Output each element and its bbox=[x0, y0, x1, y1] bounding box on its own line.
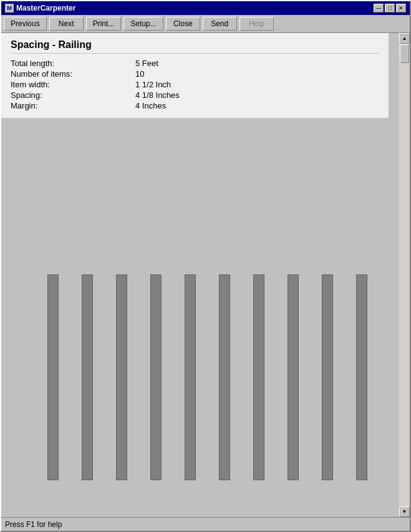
title-bar-controls: — □ ✕ bbox=[374, 4, 406, 12]
label-total-length: Total length: bbox=[11, 59, 135, 68]
close-window-button[interactable]: ✕ bbox=[396, 4, 406, 12]
content-scroll-container: Spacing - Railing Total length: 5 Feet N… bbox=[1, 33, 410, 517]
send-button[interactable]: Send bbox=[203, 17, 237, 31]
railing-post bbox=[150, 274, 162, 480]
railing-post bbox=[82, 274, 93, 480]
info-row-margin: Margin: 4 Inches bbox=[11, 101, 379, 110]
window-title: MasterCarpenter bbox=[16, 4, 75, 12]
railing-post bbox=[253, 274, 264, 480]
railing-post bbox=[322, 274, 333, 480]
next-button[interactable]: Next bbox=[49, 17, 84, 31]
value-total-length: 5 Feet bbox=[135, 59, 158, 68]
info-row-item-width: Item width: 1 1/2 Inch bbox=[11, 80, 379, 89]
railing-post bbox=[288, 274, 299, 480]
value-margin: 4 Inches bbox=[135, 101, 166, 110]
close-button[interactable]: Close bbox=[166, 17, 200, 31]
railing-post bbox=[116, 274, 127, 480]
setup-button[interactable]: Setup... bbox=[123, 17, 163, 31]
previous-button[interactable]: Previous bbox=[4, 17, 47, 31]
content-inner: Spacing - Railing Total length: 5 Feet N… bbox=[1, 33, 399, 517]
railing-post bbox=[219, 274, 230, 480]
scroll-up-button[interactable]: ▲ bbox=[399, 33, 410, 44]
main-window: M MasterCarpenter — □ ✕ Previous Next Pr… bbox=[0, 0, 411, 532]
title-bar-left: M MasterCarpenter bbox=[5, 4, 75, 12]
info-title: Spacing - Railing bbox=[11, 39, 379, 54]
label-margin: Margin: bbox=[11, 101, 135, 110]
scroll-down-button[interactable]: ▼ bbox=[399, 506, 410, 517]
info-row-total-length: Total length: 5 Feet bbox=[11, 59, 379, 68]
value-item-width: 1 1/2 Inch bbox=[135, 80, 171, 89]
railing-post bbox=[47, 274, 59, 480]
scroll-track[interactable] bbox=[399, 44, 410, 506]
railings-container bbox=[47, 274, 367, 480]
scroll-thumb[interactable] bbox=[400, 44, 409, 63]
minimize-button[interactable]: — bbox=[374, 4, 384, 12]
value-spacing: 4 1/8 Inches bbox=[135, 90, 180, 100]
maximize-button[interactable]: □ bbox=[385, 4, 395, 12]
label-spacing: Spacing: bbox=[11, 90, 135, 100]
toolbar: Previous Next Print... Setup... Close Se… bbox=[1, 15, 410, 33]
status-bar: Press F1 for help bbox=[1, 517, 410, 531]
label-item-width: Item width: bbox=[11, 80, 135, 89]
scrollbar[interactable]: ▲ ▼ bbox=[399, 33, 410, 517]
value-num-items: 10 bbox=[135, 69, 144, 79]
title-bar: M MasterCarpenter — □ ✕ bbox=[1, 1, 410, 15]
app-icon: M bbox=[5, 4, 14, 12]
print-button[interactable]: Print... bbox=[86, 17, 122, 31]
status-text: Press F1 for help bbox=[5, 520, 62, 529]
info-row-num-items: Number of items: 10 bbox=[11, 69, 379, 79]
help-button[interactable]: Help bbox=[239, 17, 274, 31]
railing-post bbox=[356, 274, 367, 480]
info-panel: Spacing - Railing Total length: 5 Feet N… bbox=[1, 33, 389, 118]
info-row-spacing: Spacing: 4 1/8 Inches bbox=[11, 90, 379, 100]
label-num-items: Number of items: bbox=[11, 69, 135, 79]
diagram-area bbox=[1, 118, 389, 493]
railing-post bbox=[185, 274, 196, 480]
